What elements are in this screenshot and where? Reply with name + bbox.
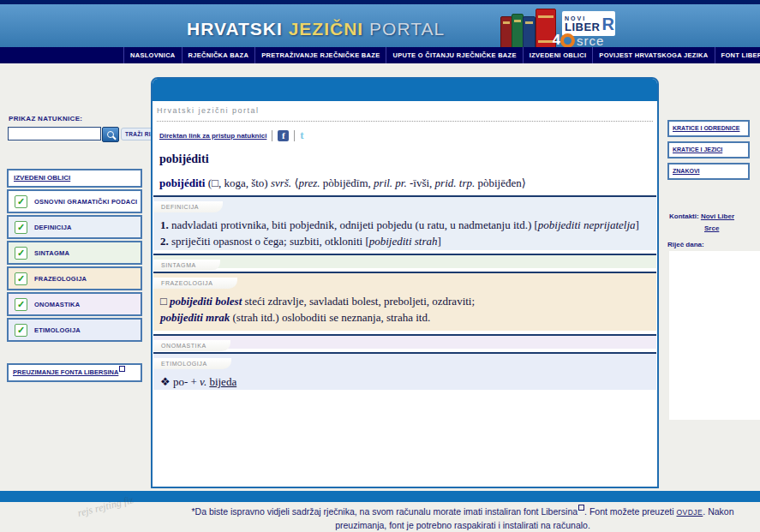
- phrase-text: pobijediti bolest: [170, 295, 242, 308]
- etimologija-body: ❖ po- + v. bijeda: [153, 369, 656, 390]
- definition-close: ]: [438, 235, 441, 248]
- font-glyph-icon: [119, 366, 125, 372]
- srce-ring-icon: [560, 33, 575, 48]
- dictionary-panel: Hrvatski jezični portal Direktan link za…: [151, 77, 659, 488]
- section-tab-frazeologija: FRAZEOLOGIJA: [153, 278, 237, 289]
- phrase-bullet: □: [160, 295, 170, 308]
- definition-example: pobijediti neprijatelja: [538, 218, 636, 231]
- main-navbar: NASLOVNICA RJEČNIČKA BAZA PRETRAŽIVANJE …: [0, 47, 760, 63]
- checkbox-definicija[interactable]: ✓: [15, 221, 27, 234]
- filter-label: OSNOVNI GRAMATIČKI PODACI: [34, 198, 137, 206]
- section-sintagma: SINTAGMA: [153, 254, 656, 268]
- sidebar-link-kratice-odrednice[interactable]: KRATICE I ODREDNICE: [667, 120, 750, 137]
- srce-40-text: 4: [553, 33, 560, 47]
- search-input[interactable]: [8, 127, 101, 140]
- section-onomastika: ONOMASTIKA: [153, 334, 656, 349]
- link-srce[interactable]: Srce: [704, 224, 719, 232]
- sidebar-link-izvedeni-oblici[interactable]: IZVEDENI OBLICI: [7, 169, 142, 188]
- section-tab-sintagma: SINTAGMA: [153, 260, 220, 271]
- divider: [294, 130, 295, 141]
- filter-row-definicija[interactable]: ✓ DEFINICIJA: [7, 215, 142, 239]
- page: HRVATSKI JEZIČNI PORTAL NOVI LIBER R 4 s…: [0, 0, 760, 532]
- footer-link-ovdje[interactable]: OVDJE: [676, 508, 703, 517]
- direct-link[interactable]: Direktan link za pristup natuknici: [159, 132, 266, 140]
- footer-text: . Font možete preuzeti: [584, 506, 673, 517]
- checkbox-etimologija[interactable]: ✓: [15, 324, 27, 337]
- nav-item-upute[interactable]: UPUTE O ČITANJU RJEČNIČKE BAZE: [386, 47, 522, 63]
- phrase-definition: (strah itd.) osloboditi se neznanja, str…: [230, 311, 430, 324]
- panel-header-bar: [153, 79, 657, 101]
- link-novi-liber[interactable]: Novi Liber: [701, 212, 734, 220]
- rijec-dana-label: Riječ dana:: [667, 241, 704, 248]
- nav-items: NASLOVNICA RJEČNIČKA BAZA PRETRAŽIVANJE …: [123, 47, 760, 63]
- checkbox-frazeologija[interactable]: ✓: [15, 272, 27, 285]
- definition-text: spriječiti opasnost o čega; suzbiti, otk…: [169, 235, 369, 248]
- entry-grammar-line: pobijéditi (□, koga, što) svrš. ⟨prez. p…: [159, 176, 650, 190]
- sidebar-link-znakovi[interactable]: ZNAKOVI: [667, 163, 750, 180]
- font-glyph-icon: [578, 505, 584, 511]
- entry-aspect: svrš.: [271, 176, 291, 189]
- definition-text: nadvladati protivnika, biti pobjednik, o…: [169, 218, 538, 231]
- filter-row-onomastika[interactable]: ✓ ONOMASTIKA: [7, 292, 142, 316]
- search-button[interactable]: [102, 127, 119, 142]
- filter-label: ETIMOLOGIJA: [34, 326, 81, 334]
- nav-item-povijest[interactable]: POVIJEST HRVATSKOGA JEZIKA: [592, 47, 714, 63]
- filter-row-etimologija[interactable]: ✓ ETIMOLOGIJA: [7, 318, 142, 342]
- section-tab-definicija: DEFINICIJA: [153, 201, 223, 212]
- filter-row-frazeologija[interactable]: ✓ FRAZEOLOGIJA: [7, 266, 142, 290]
- site-title: HRVATSKI JEZIČNI PORTAL: [187, 19, 445, 39]
- nav-item-izvedeni-oblici[interactable]: IZVEDENI OBLICI: [523, 47, 593, 63]
- nav-item-rjecnicka-baza[interactable]: RJEČNIČKA BAZA: [182, 47, 255, 63]
- izvedeni-oblici-label: IZVEDENI OBLICI: [14, 174, 70, 182]
- definition-item: 2. spriječiti opasnost o čega; suzbiti, …: [160, 233, 649, 249]
- filter-row-sintagma[interactable]: ✓ SINTAGMA: [7, 241, 142, 265]
- section-frazeologija: FRAZEOLOGIJA □ pobijediti bolest steći z…: [153, 272, 656, 331]
- section-tab-onomastika: ONOMASTIKA: [153, 340, 230, 351]
- novi-liber-text-liber: LIBER: [565, 21, 601, 33]
- sidebar-link-font-download[interactable]: PREUZIMANJE FONTA LIBERSINA: [7, 363, 142, 382]
- nav-item-font-libersina[interactable]: FONT LIBERSINA: [715, 47, 760, 63]
- entry-lemma: pobijéditi: [159, 176, 205, 189]
- entry-sections: DEFINICIJA 1. nadvladati protivnika, bit…: [153, 195, 656, 393]
- site-title-hrvatski: HRVATSKI: [187, 19, 283, 39]
- book-spine-icon: [500, 16, 512, 51]
- srce-text: srce: [577, 34, 604, 47]
- definition-number: 2.: [160, 235, 169, 248]
- watermark-word: rejs: [76, 504, 93, 519]
- footer-text: *Da biste ispravno vidjeli sadržaj rječn…: [192, 506, 578, 517]
- etymology-v-tag: v.: [200, 375, 206, 388]
- kontakti-label: Kontakti:: [669, 212, 699, 220]
- link-label: KRATICE I ODREDNICE: [673, 125, 739, 131]
- entry-pril-form: -īvši,: [407, 176, 435, 189]
- nav-item-pretrazivanje[interactable]: PRETRAŽIVANJE RJEČNIČKE BAZE: [254, 47, 386, 63]
- footer-note: *Da biste ispravno vidjeli sadržaj rječn…: [167, 505, 758, 532]
- divider: [272, 130, 272, 141]
- books-illustration: [500, 9, 560, 51]
- link-label: KRATICE I JEZICI: [673, 146, 722, 152]
- entry-prez-form: pòbijēdīm,: [320, 176, 374, 189]
- checkbox-gramaticki-podaci[interactable]: ✓: [15, 195, 27, 208]
- facebook-icon[interactable]: f: [278, 130, 289, 141]
- filter-row-gramaticki-podaci[interactable]: ✓ OSNOVNI GRAMATIČKI PODACI: [7, 189, 142, 213]
- etymology-link-bijeda[interactable]: bijeda: [209, 375, 236, 388]
- phrase-item: pobijediti mrak (strah itd.) osloboditi …: [160, 309, 649, 326]
- definition-item: 1. nadvladati protivnika, biti pobjednik…: [160, 217, 649, 233]
- novi-liber-r-mark: R: [602, 15, 614, 33]
- kontakti-row2: Srce: [704, 224, 719, 232]
- nav-item-naslovnica[interactable]: NASLOVNICA: [123, 47, 182, 63]
- etymology-text: po- +: [173, 375, 200, 388]
- entry-prid-tag: prid. trp.: [435, 176, 476, 189]
- checkbox-sintagma[interactable]: ✓: [15, 247, 27, 260]
- entry-valence: (□, koga, što): [205, 176, 270, 189]
- entry-pril-tag: pril. pr.: [374, 176, 407, 189]
- section-tab-etimologija: ETIMOLOGIJA: [153, 358, 231, 369]
- frazeologija-body: □ pobijediti bolest steći zdravlje, savl…: [153, 289, 656, 326]
- definition-example: pobijediti strah: [369, 235, 438, 248]
- phrase-definition: steći zdravlje, savladati bolest, prebol…: [242, 295, 475, 308]
- search-icon: [107, 131, 114, 138]
- twitter-icon[interactable]: t: [300, 129, 303, 142]
- sidebar-link-kratice-jezici[interactable]: KRATICE I JEZICI: [667, 141, 750, 158]
- checkbox-onomastika[interactable]: ✓: [15, 298, 27, 311]
- headword: pobijéditi: [159, 152, 209, 166]
- site-title-portal: PORTAL: [369, 19, 445, 39]
